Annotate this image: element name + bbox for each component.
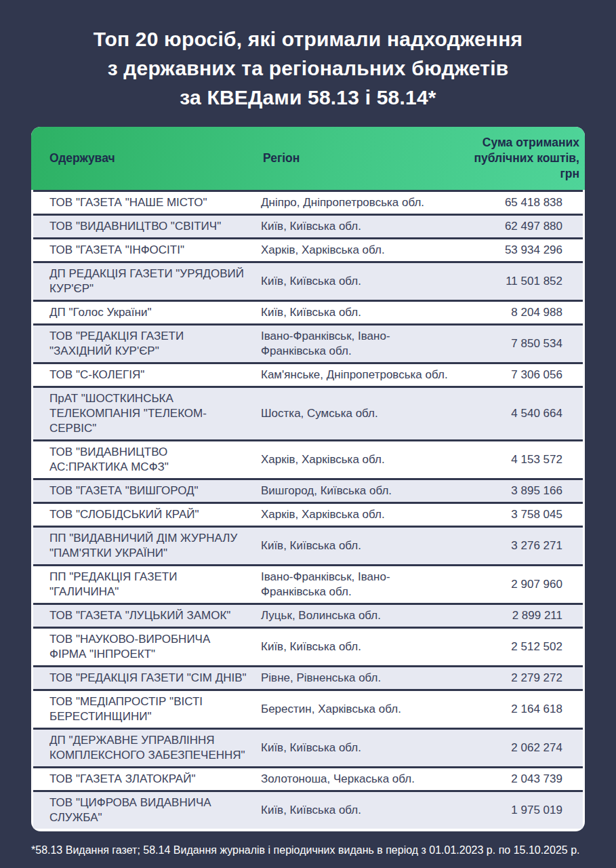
amount-cell: 53 934 296	[459, 239, 583, 261]
table-row: ДП "Голос України" Київ, Київська обл. 8…	[33, 300, 583, 323]
recipient-cell: ТОВ "ГАЗЕТА "ІНФОСІТІ"	[33, 239, 261, 261]
recipient-cell: ДП "Голос України"	[33, 302, 261, 323]
recipient-cell: ДП "ДЕРЖАВНЕ УПРАВЛІННЯ КОМПЛЕКСНОГО ЗАБ…	[33, 730, 261, 766]
region-cell: Київ, Київська обл.	[261, 216, 459, 237]
amount-cell: 4 540 664	[459, 403, 583, 425]
recipient-cell: ТОВ "ЦИФРОВА ВИДАВНИЧА СЛУЖБА"	[33, 792, 261, 829]
region-cell: Золотоноша, Черкаська обл.	[261, 768, 459, 790]
recipient-cell: ТОВ "ВИДАВНИЦТВО "СВІТИЧ"	[33, 216, 261, 237]
table-row: ДП РЕДАКЦІЯ ГАЗЕТИ "УРЯДОВИЙ КУР'ЄР" Киї…	[33, 261, 583, 300]
amount-cell: 2 043 739	[459, 768, 583, 790]
region-cell: Київ, Київська обл.	[261, 636, 459, 658]
recipient-cell: ТОВ "С-КОЛЕГІЯ"	[33, 364, 261, 386]
table-row: ТОВ "РЕДАКЦІЯ ГАЗЕТИ "ЗАХІДНИЙ КУР'ЄР" І…	[33, 323, 583, 362]
recipient-cell: ТОВ "НАУКОВО-ВИРОБНИЧА ФІРМА "ІНПРОЕКТ"	[33, 629, 261, 665]
region-cell: Київ, Київська обл.	[261, 302, 459, 323]
table-body: ТОВ "ГАЗЕТА "НАШЕ МІСТО" Дніпро, Дніпроп…	[33, 190, 583, 829]
region-cell: Дніпро, Дніпропетровська обл.	[261, 192, 459, 214]
page-title: Топ 20 юросіб, які отримали надходження …	[31, 24, 585, 112]
header-recipient: Одержувач	[31, 151, 263, 166]
table-row: ТОВ "ГАЗЕТА ЗЛАТОКРАЙ" Золотоноша, Черка…	[33, 766, 583, 790]
table-row: ТОВ "ГАЗЕТА "ІНФОСІТІ" Харків, Харківськ…	[33, 237, 583, 261]
table-header: Одержувач Регіон Сума отриманих публічни…	[31, 127, 585, 190]
amount-cell: 11 501 852	[459, 271, 583, 292]
table-row: ТОВ "ЦИФРОВА ВИДАВНИЧА СЛУЖБА" Київ, Киї…	[33, 790, 583, 829]
amount-cell: 1 975 019	[459, 800, 583, 821]
table-row: ТОВ "ВИДАВНИЦТВО "СВІТИЧ" Київ, Київська…	[33, 214, 583, 237]
recipient-cell: ТОВ "ВИДАВНИЦТВО АС:ПРАКТИКА МСФЗ"	[33, 441, 261, 478]
amount-cell: 7 306 056	[459, 364, 583, 386]
table-row: ТОВ "СЛОБІДСЬКИЙ КРАЙ" Харків, Харківськ…	[33, 502, 583, 526]
region-cell: Кам'янське, Дніпропетровська обл.	[261, 364, 459, 386]
recipient-cell: ПП "ВИДАВНИЧИЙ ДІМ ЖУРНАЛУ "ПАМ'ЯТКИ УКР…	[33, 528, 261, 564]
region-cell: Луцьк, Волинська обл.	[261, 605, 459, 627]
table-row: ПП "РЕДАКЦІЯ ГАЗЕТИ "ГАЛИЧИНА" Івано-Фра…	[33, 564, 583, 603]
region-cell: Берестин, Харківська обл.	[261, 698, 459, 720]
recipient-cell: ТОВ "ГАЗЕТА "ЛУЦЬКИЙ ЗАМОК"	[33, 605, 261, 627]
region-cell: Вишгород, Київська обл.	[261, 480, 459, 502]
header-amount: Сума отриманих публічних коштів, грн	[461, 135, 585, 182]
region-cell: Київ, Київська обл.	[261, 737, 459, 759]
amount-cell: 65 418 838	[459, 192, 583, 214]
amount-cell: 7 850 534	[459, 333, 583, 355]
region-cell: Шостка, Сумська обл.	[261, 403, 459, 425]
table-row: ТОВ "РЕДАКЦІЯ ГАЗЕТИ "СІМ ДНІВ" Рівне, Р…	[33, 665, 583, 689]
region-cell: Київ, Київська обл.	[261, 800, 459, 821]
table-row: ТОВ "ВИДАВНИЦТВО АС:ПРАКТИКА МСФЗ" Харкі…	[33, 439, 583, 478]
amount-cell: 3 758 045	[459, 504, 583, 526]
amount-cell: 2 512 502	[459, 636, 583, 658]
region-cell: Харків, Харківська обл.	[261, 504, 459, 526]
title-line-3: за КВЕДами 58.13 і 58.14*	[180, 86, 436, 108]
title-line-2: з державних та регіональних бюджетів	[108, 57, 509, 79]
table-row: ТОВ "НАУКОВО-ВИРОБНИЧА ФІРМА "ІНПРОЕКТ" …	[33, 627, 583, 665]
region-cell: Київ, Київська обл.	[261, 271, 459, 292]
recipient-cell: ТОВ "ГАЗЕТА ЗЛАТОКРАЙ"	[33, 768, 261, 790]
recipient-cell: ДП РЕДАКЦІЯ ГАЗЕТИ "УРЯДОВИЙ КУР'ЄР"	[33, 263, 261, 300]
amount-cell: 8 204 988	[459, 302, 583, 323]
amount-cell: 3 895 166	[459, 480, 583, 502]
amount-cell: 2 062 274	[459, 737, 583, 759]
table-row: ДП "ДЕРЖАВНЕ УПРАВЛІННЯ КОМПЛЕКСНОГО ЗАБ…	[33, 728, 583, 766]
table-row: ПрАТ "ШОСТКИНСЬКА ТЕЛЕКОМПАНІЯ "ТЕЛЕКОМ-…	[33, 386, 583, 439]
region-cell: Івано-Франківськ, Івано-Франківська обл.	[261, 566, 459, 603]
recipient-cell: ТОВ "МЕДІАПРОСТІР "ВІСТІ БЕРЕСТИНЩИНИ"	[33, 691, 261, 728]
recipient-cell: ПрАТ "ШОСТКИНСЬКА ТЕЛЕКОМПАНІЯ "ТЕЛЕКОМ-…	[33, 388, 261, 439]
recipient-cell: ТОВ "РЕДАКЦІЯ ГАЗЕТИ "СІМ ДНІВ"	[33, 667, 261, 689]
region-cell: Рівне, Рівненська обл.	[261, 667, 459, 689]
recipient-cell: ТОВ "ГАЗЕТА "НАШЕ МІСТО"	[33, 192, 261, 214]
recipient-cell: ТОВ "СЛОБІДСЬКИЙ КРАЙ"	[33, 504, 261, 526]
region-cell: Харків, Харківська обл.	[261, 449, 459, 471]
amount-cell: 2 899 211	[459, 605, 583, 627]
region-cell: Харків, Харківська обл.	[261, 239, 459, 261]
table-row: ТОВ "ГАЗЕТА "ЛУЦЬКИЙ ЗАМОК" Луцьк, Волин…	[33, 603, 583, 627]
region-cell: Київ, Київська обл.	[261, 535, 459, 557]
recipient-cell: ПП "РЕДАКЦІЯ ГАЗЕТИ "ГАЛИЧИНА"	[33, 566, 261, 603]
amount-cell: 4 153 572	[459, 449, 583, 471]
recipient-cell: ТОВ "ГАЗЕТА "ВИШГОРОД"	[33, 480, 261, 502]
table-row: ТОВ "С-КОЛЕГІЯ" Кам'янське, Дніпропетров…	[33, 362, 583, 386]
table-row: ПП "ВИДАВНИЧИЙ ДІМ ЖУРНАЛУ "ПАМ'ЯТКИ УКР…	[33, 526, 583, 564]
amount-cell: 2 279 272	[459, 667, 583, 689]
region-cell: Івано-Франківськ, Івано-Франківська обл.	[261, 326, 459, 362]
table-row: ТОВ "ГАЗЕТА "ВИШГОРОД" Вишгород, Київськ…	[33, 478, 583, 502]
footnote: *58.13 Видання газет; 58.14 Видання журн…	[31, 843, 585, 857]
results-table: Одержувач Регіон Сума отриманих публічни…	[31, 127, 585, 831]
recipient-cell: ТОВ "РЕДАКЦІЯ ГАЗЕТИ "ЗАХІДНИЙ КУР'ЄР"	[33, 326, 261, 362]
table-row: ТОВ "ГАЗЕТА "НАШЕ МІСТО" Дніпро, Дніпроп…	[33, 190, 583, 214]
amount-cell: 2 907 960	[459, 574, 583, 595]
amount-cell: 2 164 618	[459, 698, 583, 720]
infographic-page: Топ 20 юросіб, які отримали надходження …	[0, 24, 616, 868]
amount-cell: 62 497 880	[459, 216, 583, 237]
title-line-1: Топ 20 юросіб, які отримали надходження	[94, 28, 522, 50]
amount-cell: 3 276 271	[459, 535, 583, 557]
header-region: Регіон	[263, 151, 461, 166]
table-row: ТОВ "МЕДІАПРОСТІР "ВІСТІ БЕРЕСТИНЩИНИ" Б…	[33, 689, 583, 728]
